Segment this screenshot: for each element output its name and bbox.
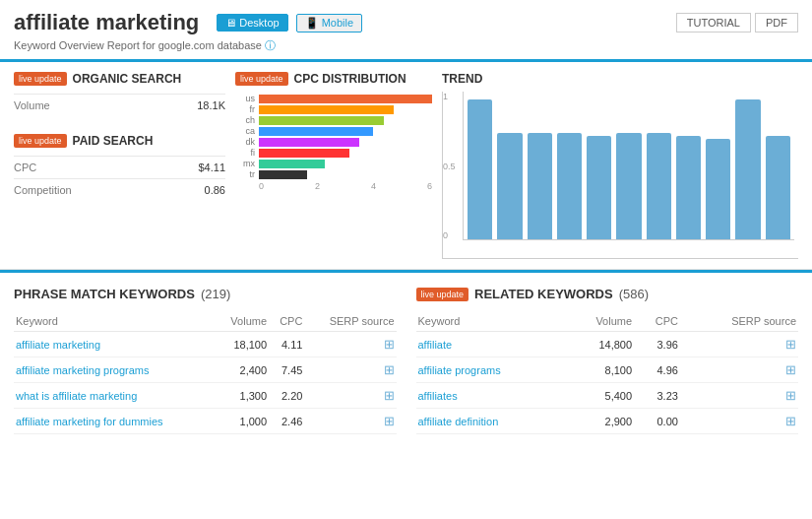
trend-y-min: 0 (443, 230, 459, 240)
cpc-bar-row: ch (235, 115, 432, 125)
cpc-axis-label: 2 (315, 181, 320, 191)
paid-search-title: PAID SEARCH (73, 134, 154, 148)
rk-serp-cell: ⊞ (680, 357, 798, 383)
trend-bar (497, 133, 522, 239)
rk-cpc-cell: 3.23 (634, 383, 680, 409)
cpc-bar (259, 127, 373, 136)
table-row: what is affiliate marketing 1,300 2.20 ⊞ (14, 383, 397, 409)
pm-keyword-cell: affiliate marketing for dummies (14, 409, 216, 434)
volume-label: Volume (14, 99, 50, 111)
app-title: affiliate marketing (14, 10, 199, 35)
cpc-bar-label: fr (235, 104, 255, 114)
cpc-value: $4.11 (198, 162, 225, 173)
serp-icon[interactable]: ⊞ (384, 362, 395, 377)
rk-volume-cell: 5,400 (565, 383, 634, 409)
cpc-bar-container (259, 170, 432, 179)
rk-col-volume: Volume (565, 311, 634, 332)
table-row: affiliate marketing for dummies 1,000 2.… (14, 409, 397, 434)
trend-bar (468, 99, 492, 240)
keyword-link[interactable]: affiliate definition (418, 416, 499, 427)
trend-bar (587, 136, 611, 239)
organic-search-title: ORGANIC SEARCH (73, 72, 182, 86)
competition-value: 0.86 (205, 184, 225, 196)
tutorial-button[interactable]: TUTORIAL (676, 13, 751, 32)
serp-icon[interactable]: ⊞ (384, 414, 395, 428)
trend-bar (557, 133, 582, 239)
trend-section: TREND 1 0.5 0 (442, 72, 798, 259)
keyword-link[interactable]: affiliate programs (418, 364, 501, 376)
cpc-bar-label: us (235, 94, 255, 103)
keyword-link[interactable]: affiliate marketing (16, 339, 100, 351)
mobile-button[interactable]: 📱 Mobile (296, 14, 362, 32)
related-keywords-count: (586) (619, 287, 649, 301)
table-row: affiliate programs 8,100 4.96 ⊞ (416, 357, 799, 383)
phrase-match-title: PHRASE MATCH KEYWORDS (14, 287, 195, 301)
serp-icon[interactable]: ⊞ (785, 337, 796, 352)
pm-cpc-cell: 2.20 (269, 383, 304, 409)
serp-icon[interactable]: ⊞ (384, 337, 395, 352)
header: affiliate marketing 🖥 Desktop 📱 Mobile T… (0, 0, 812, 62)
table-row: affiliates 5,400 3.23 ⊞ (416, 383, 799, 409)
paid-live-badge: live update (14, 134, 67, 148)
cpc-bar-row: mx (235, 159, 432, 168)
phrase-match-section: PHRASE MATCH KEYWORDS (219) Keyword Volu… (14, 287, 397, 434)
keyword-link[interactable]: affiliates (418, 390, 458, 402)
keyword-link[interactable]: affiliate marketing for dummies (16, 416, 163, 427)
cpc-bar-container (259, 138, 432, 147)
header-right: TUTORIAL PDF (676, 13, 798, 32)
related-keywords-table: Keyword Volume CPC SERP source affiliate… (416, 311, 799, 434)
cpc-bar (259, 170, 307, 179)
cpc-bar-container (259, 105, 432, 114)
serp-icon[interactable]: ⊞ (785, 388, 796, 403)
pdf-button[interactable]: PDF (755, 13, 798, 32)
cpc-live-badge: live update (235, 72, 288, 86)
cpc-bar-container (259, 116, 432, 125)
rk-col-serp: SERP source (680, 311, 798, 332)
cpc-chart: us fr ch ca dk fi (235, 94, 432, 179)
trend-y-mid: 0.5 (443, 162, 459, 171)
serp-icon[interactable]: ⊞ (785, 414, 796, 428)
cpc-bar (259, 116, 384, 125)
left-metrics: live update ORGANIC SEARCH Volume 18.1K … (14, 72, 225, 259)
rk-volume-cell: 14,800 (565, 332, 634, 357)
pm-keyword-cell: affiliate marketing (14, 332, 216, 357)
cpc-bar (259, 149, 349, 158)
keyword-link[interactable]: affiliate marketing programs (16, 364, 150, 376)
keyword-link[interactable]: what is affiliate marketing (16, 390, 137, 402)
serp-icon[interactable]: ⊞ (785, 362, 796, 377)
trend-bars (463, 92, 794, 240)
pm-keyword-cell: what is affiliate marketing (14, 383, 216, 409)
cpc-bar (259, 160, 325, 168)
table-row: affiliate marketing 18,100 4.11 ⊞ (14, 332, 397, 357)
header-left: affiliate marketing 🖥 Desktop 📱 Mobile (14, 10, 362, 35)
cpc-bar-label: mx (235, 159, 255, 168)
trend-title: TREND (442, 72, 798, 86)
pm-col-volume: Volume (216, 311, 269, 332)
rk-keyword-cell: affiliate definition (416, 409, 566, 434)
cpc-bar-label: ca (235, 126, 255, 136)
desktop-button[interactable]: 🖥 Desktop (217, 14, 287, 32)
competition-label: Competition (14, 184, 72, 196)
rk-keyword-cell: affiliate programs (416, 357, 566, 383)
pm-serp-cell: ⊞ (304, 409, 396, 434)
cpc-distribution-section: live update CPC DISTRIBUTION us fr ch ca… (235, 72, 432, 259)
pm-volume-cell: 2,400 (216, 357, 269, 383)
rk-volume-cell: 8,100 (565, 357, 634, 383)
phrase-match-table: Keyword Volume CPC SERP source affiliate… (14, 311, 397, 434)
organic-search-header: live update ORGANIC SEARCH (14, 72, 225, 86)
table-row: affiliate marketing programs 2,400 7.45 … (14, 357, 397, 383)
rk-keyword-cell: affiliate (416, 332, 566, 357)
mobile-icon: 📱 (305, 17, 319, 30)
cpc-bar-label: dk (235, 137, 255, 147)
volume-value: 18.1K (197, 99, 225, 111)
info-icon[interactable]: ⓘ (265, 39, 276, 51)
paid-search-header: live update PAID SEARCH (14, 134, 225, 148)
cpc-bar (259, 138, 359, 147)
keyword-link[interactable]: affiliate (418, 339, 453, 351)
cpc-bar-row: dk (235, 137, 432, 147)
rk-cpc-cell: 0.00 (634, 409, 680, 434)
cpc-label: CPC (14, 162, 36, 173)
serp-icon[interactable]: ⊞ (384, 388, 395, 403)
trend-y-max: 1 (443, 92, 459, 101)
pm-col-keyword: Keyword (14, 311, 216, 332)
